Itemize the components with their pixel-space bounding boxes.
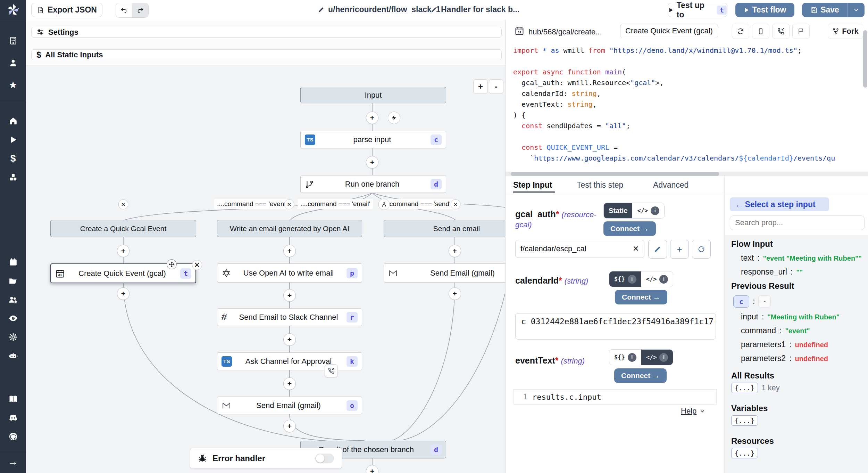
tab-test-this-step[interactable]: Test this step	[577, 177, 629, 193]
help-link[interactable]: Help	[681, 407, 706, 416]
step-name-input[interactable]	[620, 24, 718, 38]
code-hscrollbar-thumb[interactable]	[511, 172, 719, 176]
select-step-input-banner[interactable]: ← Select a step input	[730, 197, 829, 211]
search-prop-input[interactable]	[730, 215, 865, 230]
windmill-logo[interactable]	[0, 0, 26, 20]
insert-step-button[interactable]: +	[283, 420, 296, 432]
insert-step-button[interactable]: +	[449, 287, 461, 300]
insert-step-button[interactable]: +	[366, 156, 378, 169]
flow-node-send-email-gmail-branch[interactable]: Send Email (gmail)	[384, 263, 505, 283]
edit-resource-button[interactable]	[648, 240, 667, 259]
branch-header-email[interactable]: Write an email generated by Open AI	[217, 220, 362, 237]
reload-script-button[interactable]	[732, 24, 749, 39]
variables-dollar-icon[interactable]: $	[0, 149, 26, 168]
insert-step-button[interactable]: +	[283, 333, 296, 346]
calendar-id-connect-button[interactable]: Connect →	[615, 290, 667, 304]
branch-header-gcal[interactable]: Create a Quick Gcal Event	[50, 220, 196, 237]
export-json-button[interactable]: Export JSON	[31, 3, 102, 17]
breadcrumb-path[interactable]: u/henricourdent/flow_slack_1	[318, 5, 440, 14]
flow-node-slack-channel[interactable]: # Send Email to Slack Channel r	[217, 308, 362, 326]
flow-node-parse-input[interactable]: TS parse input c	[300, 131, 446, 148]
suspend-approval-button[interactable]	[325, 364, 338, 377]
docs-book-icon[interactable]	[0, 390, 26, 408]
info-icon[interactable]: i	[628, 353, 636, 362]
insert-step-button[interactable]: +	[283, 289, 296, 302]
discord-icon[interactable]	[0, 408, 26, 427]
info-icon[interactable]: i	[659, 275, 668, 284]
add-resource-button[interactable]: +	[670, 240, 689, 259]
flow-node-input[interactable]: Input	[300, 87, 446, 103]
interp-mode-segment[interactable]: ${}i	[609, 271, 641, 287]
gcal-auth-resource-input[interactable]	[515, 240, 644, 258]
save-dropdown-button[interactable]	[848, 3, 865, 17]
home-icon[interactable]	[0, 112, 26, 130]
favorites-star-icon[interactable]: ★	[0, 76, 26, 95]
breadcrumb-summary[interactable]: Handler for slack b...	[431, 5, 519, 14]
expr-mode-segment[interactable]: </>i	[641, 350, 673, 365]
flow-node-run-one-branch[interactable]: Run one branch d	[300, 175, 446, 193]
runs-play-icon[interactable]	[0, 130, 26, 149]
info-icon[interactable]: i	[628, 275, 636, 284]
error-handler-toggle[interactable]	[315, 454, 334, 463]
prop-row[interactable]: parameters1: undefined	[741, 340, 868, 349]
undo-button[interactable]	[116, 3, 132, 17]
box-button[interactable]	[752, 24, 769, 39]
prop-row[interactable]: response_url: ""	[741, 267, 868, 277]
gcal-auth-connect-button[interactable]: Connect →	[603, 221, 656, 236]
workspace-icon[interactable]	[0, 31, 26, 50]
sleep-flag-button[interactable]	[792, 24, 810, 39]
branch-header-send[interactable]: Send an email	[384, 220, 505, 237]
schedules-calendar-icon[interactable]	[0, 253, 26, 271]
info-icon[interactable]: i	[659, 353, 668, 362]
expand-arrow-icon[interactable]: →	[0, 452, 26, 471]
tab-step-input[interactable]: Step Input	[513, 177, 555, 193]
code-editor[interactable]: import * as wmill from "https://deno.lan…	[513, 45, 867, 170]
event-text-expr-editor[interactable]: 1 results.c.input	[513, 389, 717, 405]
fork-button[interactable]: Fork	[828, 24, 863, 39]
collapse-button[interactable]: -	[758, 295, 771, 308]
prop-row[interactable]: command: "event"	[741, 326, 868, 335]
branch-condition-event[interactable]: ....command === 'event'	[214, 199, 290, 209]
suspend-phone-button[interactable]	[772, 24, 790, 39]
delete-branch-button[interactable]: ✕	[451, 199, 461, 210]
interp-mode-segment[interactable]: ${}i	[609, 350, 641, 365]
flow-node-ask-approval[interactable]: TS Ask Channel for Approval k	[217, 352, 362, 370]
test-flow-button[interactable]: Test flow	[735, 3, 794, 17]
delete-node-button[interactable]: ✕	[192, 260, 202, 270]
info-icon[interactable]: i	[651, 206, 659, 215]
branch-condition-send[interactable]: ...command === 'send'	[381, 199, 453, 209]
prop-row[interactable]: input: "Meeting with Ruben"	[741, 312, 868, 321]
add-branch-button[interactable]	[378, 199, 390, 210]
prop-row[interactable]: parameters2: undefined	[741, 354, 868, 363]
trigger-bolt-button[interactable]	[388, 112, 400, 124]
expr-mode-segment[interactable]: </>i	[632, 203, 664, 218]
folders-icon[interactable]	[0, 271, 26, 290]
branch-condition-email[interactable]: ....command === 'email'	[298, 199, 373, 209]
test-up-to-button[interactable]: Test up to t	[668, 3, 727, 17]
insert-step-button[interactable]: +	[283, 245, 296, 257]
calendar-id-value-editor[interactable]: c_0312442e881ae6fcf1dec23f54916a389f1c17…	[515, 313, 716, 340]
static-mode-segment[interactable]: Static	[604, 203, 632, 218]
user-icon[interactable]	[0, 54, 26, 72]
expr-mode-segment[interactable]: </>i	[641, 271, 673, 287]
flow-node-create-quick-event[interactable]: 31 Create Quick Event (gcal) t ✕	[50, 263, 196, 283]
insert-step-button[interactable]: +	[449, 245, 461, 257]
flow-node-openai-write-email[interactable]: Use Open AI to write email p	[217, 263, 362, 283]
move-node-handle[interactable]	[167, 259, 177, 269]
audit-eye-icon[interactable]	[0, 309, 26, 328]
github-icon[interactable]	[0, 427, 26, 446]
step-id-badge[interactable]: c	[733, 295, 749, 308]
expand-json-chip[interactable]: {...}	[731, 383, 758, 393]
save-button[interactable]: Save	[802, 3, 848, 17]
expand-json-chip[interactable]: {...}	[731, 415, 758, 426]
redo-button[interactable]	[132, 3, 148, 17]
event-text-connect-button[interactable]: Connect →	[614, 368, 667, 383]
flow-node-send-email-gmail[interactable]: Send Email (gmail) o	[217, 397, 362, 414]
tab-advanced[interactable]: Advanced	[653, 177, 695, 193]
groups-users-icon[interactable]	[0, 290, 26, 309]
hub-script-path[interactable]: hub/568/gcal/create...	[528, 27, 602, 36]
settings-gear-icon[interactable]	[0, 328, 26, 346]
refresh-resource-button[interactable]	[692, 240, 711, 259]
delete-branch-button[interactable]: ✕	[284, 199, 294, 210]
insert-step-button[interactable]: +	[283, 377, 296, 390]
